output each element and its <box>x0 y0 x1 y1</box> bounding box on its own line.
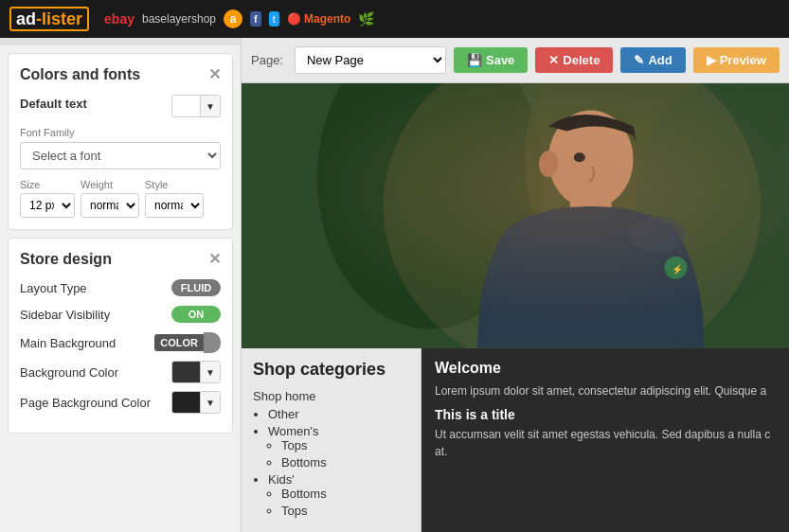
list-item: Kids' Bottoms Tops <box>268 472 409 518</box>
list-item[interactable]: Tops <box>281 504 409 518</box>
page-select[interactable]: New Page <box>295 46 446 74</box>
list-item[interactable]: Bottoms <box>281 487 409 501</box>
nav-baselayershop[interactable]: baselayershop <box>142 12 216 26</box>
main-background-row: Main Background COLOR <box>20 332 221 353</box>
default-text-color-box <box>172 96 201 116</box>
page-background-color-picker[interactable]: ▼ <box>171 391 221 414</box>
shop-categories-panel: Shop categories Shop home Other Women's … <box>242 348 421 532</box>
size-select[interactable]: 12 px <box>20 193 75 218</box>
sidebar-visibility-toggle[interactable]: ON <box>171 306 221 323</box>
welcome-subtitle: This is a title <box>435 407 776 422</box>
background-color-dropdown-arrow[interactable]: ▼ <box>201 362 220 382</box>
svg-rect-0 <box>242 83 789 348</box>
svg-point-7 <box>574 152 585 162</box>
background-color-picker[interactable]: ▼ <box>171 361 221 383</box>
nav-facebook-icon[interactable]: f <box>250 11 261 27</box>
nav-amazon-icon[interactable]: a <box>224 9 242 28</box>
shop-area: Shop categories Shop home Other Women's … <box>242 348 789 532</box>
store-design-header: Store design ✕ <box>20 250 221 268</box>
style-select[interactable]: normal <box>145 193 204 218</box>
nav-twitter-icon[interactable]: t <box>269 11 279 27</box>
store-design-title: Store design <box>20 251 112 268</box>
top-navbar: ad-lister ebay baselayershop a f t 🔴 Mag… <box>0 0 789 38</box>
list-item[interactable]: Tops <box>281 438 409 452</box>
svg-point-3 <box>638 83 789 310</box>
background-color-label: Background Color <box>20 365 118 380</box>
svg-point-8 <box>539 151 558 177</box>
layout-type-row: Layout Type FLUID <box>20 279 221 296</box>
shop-categories-title: Shop categories <box>253 360 409 380</box>
add-button[interactable]: ✎ Add <box>620 47 685 73</box>
svg-point-1 <box>317 83 544 329</box>
logo-lister: -lister <box>36 9 82 28</box>
preview-button[interactable]: ▶ Preview <box>693 47 780 73</box>
color-toggle-btn: COLOR <box>154 334 204 351</box>
colors-fonts-close[interactable]: ✕ <box>208 65 221 83</box>
default-text-row: Default text ▼ <box>20 95 221 117</box>
default-text-label: Default text <box>20 97 87 111</box>
size-label: Size <box>20 179 75 190</box>
svg-point-5 <box>548 110 634 208</box>
page-bar: Page: New Page 💾 Save ✕ Delete ✎ Add ▶ P… <box>242 38 789 83</box>
preview-icon: ▶ <box>707 53 716 67</box>
add-icon: ✎ <box>634 53 644 67</box>
colors-fonts-title: Colors and fonts <box>20 66 140 83</box>
welcome-title: Welcome <box>435 360 776 377</box>
nav-magento[interactable]: 🔴 Magento <box>287 12 351 26</box>
weight-group: Weight normal <box>81 179 139 218</box>
weight-select[interactable]: normal <box>81 193 139 218</box>
welcome-panel: Welcome Lorem ipsum dolor sit amet, cons… <box>421 348 789 532</box>
layout-type-label: Layout Type <box>20 281 87 295</box>
categories-list: Other Women's Tops Bottoms Kids' Bottoms <box>253 407 409 518</box>
sidebar: Colors and fonts ✕ Default text ▼ Font F… <box>0 38 242 532</box>
list-item[interactable]: Bottoms <box>281 455 409 470</box>
hero-svg: ⚡ <box>242 83 789 348</box>
default-text-color-picker[interactable]: ▼ <box>171 95 221 117</box>
category-womens[interactable]: Women's <box>268 424 319 438</box>
shop-home-link[interactable]: Shop home <box>253 389 409 403</box>
background-color-box <box>172 362 201 382</box>
layout-type-toggle[interactable]: FLUID <box>171 279 221 296</box>
svg-text:⚡: ⚡ <box>672 263 684 275</box>
save-button[interactable]: 💾 Save <box>454 47 528 73</box>
right-content: Page: New Page 💾 Save ✕ Delete ✎ Add ▶ P… <box>242 38 789 532</box>
main-background-label: Main Background <box>20 336 116 350</box>
page-label: Page: <box>251 53 283 67</box>
nav-ebay[interactable]: ebay <box>104 11 134 27</box>
welcome-sub-body: Ut accumsan velit sit amet egestas vehic… <box>435 426 776 460</box>
hero-image: ⚡ <box>242 83 789 348</box>
sidebar-visibility-row: Sidebar Visibility ON <box>20 306 221 323</box>
size-group: Size 12 px <box>20 179 75 218</box>
category-other[interactable]: Other <box>268 407 299 421</box>
womens-subcategories: Tops Bottoms <box>268 438 409 470</box>
svg-point-9 <box>629 216 686 254</box>
weight-label: Weight <box>81 179 139 190</box>
logo-ad: ad <box>16 9 36 28</box>
delete-icon: ✕ <box>548 53 559 67</box>
page-background-color-dropdown-arrow[interactable]: ▼ <box>201 392 220 413</box>
font-family-label: Font Family <box>20 127 221 138</box>
main-background-toggle[interactable]: COLOR <box>154 332 221 353</box>
color-toggle-pill <box>204 332 221 353</box>
font-family-select[interactable]: Select a font <box>20 142 221 169</box>
list-item: Women's Tops Bottoms <box>268 424 409 470</box>
store-design-close[interactable]: ✕ <box>208 250 221 268</box>
list-item: Other <box>268 407 409 421</box>
logo[interactable]: ad-lister <box>9 9 89 29</box>
sidebar-visibility-label: Sidebar Visibility <box>20 308 110 322</box>
category-kids[interactable]: Kids' <box>268 472 295 487</box>
svg-point-2 <box>525 83 713 292</box>
delete-button[interactable]: ✕ Delete <box>535 47 613 73</box>
colors-fonts-header: Colors and fonts ✕ <box>20 65 221 83</box>
default-text-dropdown-arrow[interactable]: ▼ <box>201 96 220 116</box>
style-label: Style <box>145 179 204 190</box>
page-background-color-row: Page Background Color ▼ <box>20 391 221 414</box>
svg-rect-6 <box>570 202 612 230</box>
nav-shopify-icon[interactable]: 🌿 <box>358 11 374 27</box>
store-design-section: Store design ✕ Layout Type FLUID Sidebar… <box>8 238 233 434</box>
welcome-body: Lorem ipsum dolor sit amet, consectetur … <box>435 382 776 399</box>
style-group: Style normal <box>145 179 204 218</box>
colors-fonts-section: Colors and fonts ✕ Default text ▼ Font F… <box>8 53 233 230</box>
logo-border: ad-lister <box>9 7 89 31</box>
svg-point-10 <box>664 257 687 279</box>
